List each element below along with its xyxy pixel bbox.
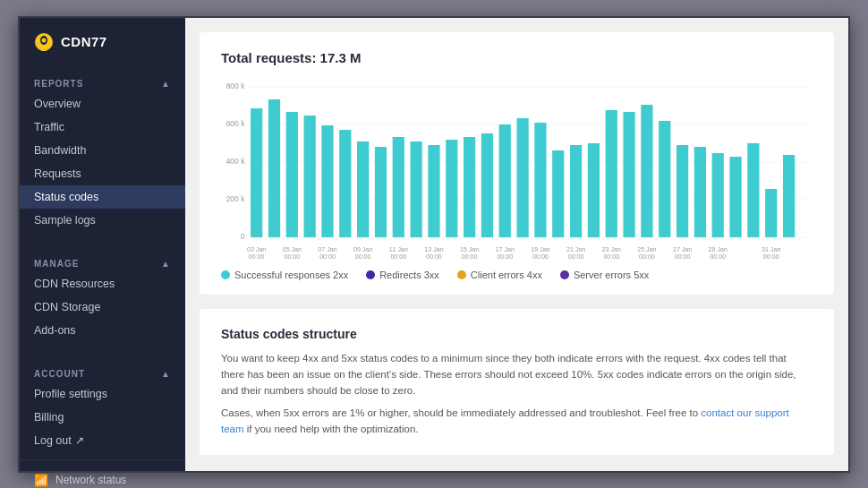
support-team-link[interactable]: contact our support team xyxy=(221,407,789,434)
svg-rect-23 xyxy=(411,141,422,237)
svg-text:00:00: 00:00 xyxy=(249,252,265,258)
svg-rect-16 xyxy=(286,112,298,237)
svg-rect-34 xyxy=(606,110,617,237)
svg-rect-43 xyxy=(765,189,777,237)
chart-container: 800 k 600 k 400 k 200 k 0 xyxy=(221,80,813,277)
sidebar-item-sample-logs[interactable]: Sample logs xyxy=(20,209,185,232)
chart-card: Total requests: 17.3 M 800 k 600 k 400 k… xyxy=(200,32,834,295)
svg-rect-44 xyxy=(783,155,795,237)
svg-text:00:00: 00:00 xyxy=(675,252,691,258)
account-section: ACCOUNT ▲ Profile settings Billing Log o… xyxy=(20,364,185,452)
sidebar-item-billing[interactable]: Billing xyxy=(20,406,185,429)
svg-rect-29 xyxy=(517,118,529,237)
svg-rect-37 xyxy=(659,121,670,237)
svg-text:00:00: 00:00 xyxy=(568,252,584,258)
svg-rect-20 xyxy=(357,141,369,237)
logout-icon: ↗ xyxy=(75,434,84,447)
svg-rect-42 xyxy=(747,143,759,237)
reports-section-header: REPORTS ▲ xyxy=(20,73,185,92)
divider-3 xyxy=(20,459,185,460)
status-text-line-2: Cases, when 5xx errors are 1% or higher,… xyxy=(221,405,813,438)
sidebar-item-network-status[interactable]: 📶 Network status xyxy=(20,467,185,489)
svg-rect-18 xyxy=(321,125,333,237)
legend-dot-3xx xyxy=(366,270,375,279)
svg-text:00:00: 00:00 xyxy=(284,252,300,258)
svg-text:00:00: 00:00 xyxy=(319,252,336,258)
manage-chevron-icon: ▲ xyxy=(161,259,171,269)
svg-rect-36 xyxy=(641,105,652,237)
svg-rect-21 xyxy=(375,147,387,237)
svg-rect-25 xyxy=(446,140,457,237)
legend-dot-5xx xyxy=(560,270,569,279)
svg-text:00:00: 00:00 xyxy=(603,252,619,258)
svg-rect-27 xyxy=(481,133,493,237)
svg-rect-17 xyxy=(304,116,316,237)
svg-text:00:00: 00:00 xyxy=(426,252,442,258)
svg-text:00:00: 00:00 xyxy=(462,252,478,258)
sidebar-item-add-ons[interactable]: Add-ons xyxy=(20,319,185,342)
svg-text:00:00: 00:00 xyxy=(639,252,655,258)
svg-text:600 k: 600 k xyxy=(226,118,245,127)
svg-rect-30 xyxy=(534,123,546,237)
legend-3xx: Redirects 3xx xyxy=(366,270,439,280)
sidebar-item-overview[interactable]: Overview xyxy=(20,92,185,116)
svg-text:00:00: 00:00 xyxy=(532,252,549,258)
legend-2xx: Successful responses 2xx xyxy=(221,270,348,280)
sidebar-item-cdn-resources[interactable]: CDN Resources xyxy=(20,272,185,295)
svg-rect-32 xyxy=(570,145,582,237)
svg-text:00:00: 00:00 xyxy=(355,252,371,258)
wifi-icon: 📶 xyxy=(34,474,48,487)
sidebar-bottom: 📶 Network status ℹ Help center xyxy=(20,452,185,489)
svg-rect-14 xyxy=(251,108,262,237)
reports-section: REPORTS ▲ Overview Traffic Bandwidth Req… xyxy=(20,73,185,232)
svg-rect-15 xyxy=(268,99,280,237)
status-codes-text: You want to keep 4xx and 5xx status code… xyxy=(221,350,813,438)
svg-rect-26 xyxy=(464,137,475,237)
legend-4xx: Client errors 4xx xyxy=(457,270,542,280)
svg-rect-38 xyxy=(677,145,688,237)
legend-dot-2xx xyxy=(221,270,230,279)
status-text-line-1: You want to keep 4xx and 5xx status code… xyxy=(221,350,813,399)
svg-text:00:00: 00:00 xyxy=(710,252,726,258)
svg-rect-33 xyxy=(588,143,600,237)
sidebar-item-status-codes[interactable]: Status codes xyxy=(20,185,185,209)
svg-text:800 k: 800 k xyxy=(226,81,245,90)
sidebar-item-requests[interactable]: Requests xyxy=(20,162,185,185)
svg-rect-28 xyxy=(499,124,511,237)
svg-rect-40 xyxy=(712,153,724,237)
sidebar: CDN77 REPORTS ▲ Overview Traffic Bandwid… xyxy=(20,18,185,471)
sidebar-item-bandwidth[interactable]: Bandwidth xyxy=(20,139,185,162)
legend-dot-4xx xyxy=(457,270,466,279)
status-codes-card: Status codes structure You want to keep … xyxy=(200,309,834,456)
sidebar-item-traffic[interactable]: Traffic xyxy=(20,116,185,139)
logo-text: CDN77 xyxy=(61,34,107,49)
svg-rect-39 xyxy=(694,147,706,237)
logo[interactable]: CDN77 xyxy=(20,18,185,66)
legend-5xx: Server errors 5xx xyxy=(560,270,649,280)
svg-text:00:00: 00:00 xyxy=(390,252,406,258)
status-codes-title: Status codes structure xyxy=(221,327,813,341)
svg-rect-24 xyxy=(428,145,439,237)
svg-text:400 k: 400 k xyxy=(226,156,245,165)
svg-text:200 k: 200 k xyxy=(226,193,245,202)
svg-rect-31 xyxy=(552,150,564,237)
account-chevron-icon: ▲ xyxy=(161,369,171,379)
svg-text:0: 0 xyxy=(241,231,245,240)
svg-text:00:00: 00:00 xyxy=(497,252,513,258)
svg-rect-41 xyxy=(729,157,741,237)
sidebar-item-cdn-storage[interactable]: CDN Storage xyxy=(20,295,185,319)
svg-point-2 xyxy=(42,38,47,42)
svg-rect-22 xyxy=(393,137,404,237)
cdn77-logo-icon xyxy=(34,32,54,52)
account-section-header: ACCOUNT ▲ xyxy=(20,364,185,382)
app-frame: CDN77 REPORTS ▲ Overview Traffic Bandwid… xyxy=(18,16,850,473)
sidebar-item-logout[interactable]: Log out ↗ xyxy=(20,429,185,452)
bar-chart: 800 k 600 k 400 k 200 k 0 xyxy=(221,80,813,259)
sidebar-item-profile-settings[interactable]: Profile settings xyxy=(20,382,185,406)
chart-title: Total requests: 17.3 M xyxy=(221,50,813,65)
svg-rect-35 xyxy=(623,112,634,237)
svg-rect-19 xyxy=(339,130,351,237)
reports-chevron-icon: ▲ xyxy=(161,79,171,89)
svg-text:00:00: 00:00 xyxy=(763,252,779,258)
manage-section-header: MANAGE ▲ xyxy=(20,253,185,272)
